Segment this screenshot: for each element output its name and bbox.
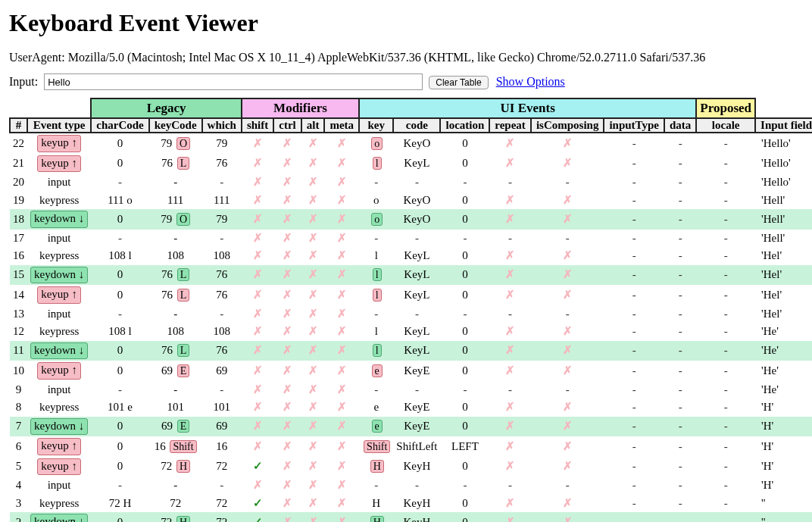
table-row: 8keypress101 e101101✗✗✗✗eKeyE0✗✗---'H'	[10, 399, 812, 417]
x-icon: ✗	[253, 325, 263, 337]
cell-locale: -	[696, 230, 755, 248]
cell-inputtype: -	[604, 495, 664, 513]
col-keycode: keyCode	[149, 118, 202, 133]
cell-meta: ✗	[324, 477, 359, 495]
x-icon: ✗	[505, 289, 515, 301]
cell-location: 0	[440, 399, 489, 417]
cell-num: 20	[10, 173, 27, 192]
cell-which: 76	[202, 341, 242, 361]
cell-shift: ✗	[242, 133, 273, 154]
cell-data: -	[664, 230, 696, 248]
cell-charcode: -	[91, 477, 149, 495]
x-icon: ✗	[505, 137, 515, 149]
cell-iscomposing: ✗	[531, 457, 604, 477]
cell-ctrl: ✗	[273, 305, 301, 324]
show-options-link[interactable]: Show Options	[496, 75, 565, 88]
x-icon: ✗	[505, 268, 515, 280]
cell-data: -	[664, 265, 696, 286]
cell-inputfield: 'Hello'	[755, 173, 812, 192]
col-location: location	[440, 118, 489, 133]
x-icon: ✗	[505, 364, 515, 377]
cell-inputfield: 'H'	[755, 436, 812, 457]
x-icon: ✗	[283, 308, 292, 320]
col-inputfield: Input field	[755, 118, 812, 133]
col-repeat: repeat	[489, 118, 531, 133]
cell-locale: -	[696, 285, 755, 305]
x-icon: ✗	[563, 497, 573, 509]
cell-code: KeyO	[393, 209, 440, 230]
key-input[interactable]	[44, 73, 423, 90]
cell-code: KeyO	[393, 192, 440, 210]
event-keyup-pill: keyup ↑	[37, 458, 81, 476]
x-icon: ✗	[563, 344, 573, 356]
cell-location: 0	[440, 192, 489, 210]
cell-code: KeyE	[393, 361, 440, 381]
cell-repeat: ✗	[489, 285, 531, 305]
cell-inputtype: -	[604, 399, 664, 417]
cell-location: 0	[440, 512, 489, 522]
cell-charcode: -	[91, 381, 149, 399]
x-icon: ✗	[283, 289, 292, 301]
cell-num: 19	[10, 192, 27, 210]
cell-alt: ✗	[301, 341, 325, 361]
x-icon: ✗	[308, 232, 318, 244]
col-group-modifiers: Modifiers	[242, 98, 359, 118]
x-icon: ✗	[308, 325, 318, 337]
cell-iscomposing: ✗	[531, 323, 604, 341]
key-chip: H	[370, 516, 384, 523]
cell-repeat: ✗	[489, 133, 531, 154]
cell-alt: ✗	[301, 381, 325, 399]
x-icon: ✗	[308, 194, 318, 206]
cell-ctrl: ✗	[273, 399, 301, 417]
cell-location: 0	[440, 133, 489, 154]
cell-meta: ✗	[324, 417, 359, 437]
cell-shift: ✗	[242, 192, 273, 210]
x-icon: ✗	[505, 440, 515, 452]
cell-ctrl: ✗	[273, 381, 301, 399]
x-icon: ✗	[308, 497, 318, 509]
cell-iscomposing: -	[531, 230, 604, 248]
cell-locale: -	[696, 305, 755, 324]
cell-data: -	[664, 209, 696, 230]
table-row: 10keyup ↑069 E69✗✗✗✗eKeyE0✗✗---'He'	[10, 361, 812, 381]
cell-locale: -	[696, 154, 755, 174]
x-icon: ✗	[337, 440, 347, 452]
cell-num: 22	[10, 133, 27, 154]
cell-which: -	[202, 305, 242, 324]
cell-shift: ✗	[242, 341, 273, 361]
cell-code: -	[393, 477, 440, 495]
cell-shift: ✗	[242, 173, 273, 192]
x-icon: ✗	[283, 268, 292, 280]
cell-alt: ✗	[301, 133, 325, 154]
cell-keycode: 76 L	[149, 285, 202, 305]
x-icon: ✗	[283, 420, 292, 432]
cell-shift: ✗	[242, 399, 273, 417]
x-icon: ✗	[253, 440, 263, 452]
cell-which: 72	[202, 495, 242, 513]
cell-which: -	[202, 173, 242, 192]
arrow-up-icon: ↑	[72, 439, 78, 452]
cell-location: -	[440, 477, 489, 495]
cell-which: -	[202, 477, 242, 495]
cell-inputtype: -	[604, 173, 664, 192]
cell-meta: ✗	[324, 192, 359, 210]
cell-inputfield: 'He'	[755, 381, 812, 399]
x-icon: ✗	[308, 401, 318, 413]
cell-event: keyup ↑	[27, 361, 91, 381]
cell-key: l	[359, 341, 393, 361]
arrow-up-icon: ↑	[72, 136, 78, 148]
cell-shift: ✓	[242, 457, 273, 477]
cell-location: 0	[440, 457, 489, 477]
check-icon: ✓	[253, 516, 263, 523]
cell-keycode: 72 H	[149, 512, 202, 522]
cell-code: KeyL	[393, 265, 440, 286]
clear-table-button[interactable]: Clear Table	[429, 76, 488, 89]
x-icon: ✗	[283, 176, 292, 188]
cell-charcode: 0	[91, 436, 149, 457]
cell-repeat: ✗	[489, 341, 531, 361]
cell-inputtype: -	[604, 477, 664, 495]
cell-repeat: -	[489, 381, 531, 399]
cell-inputtype: -	[604, 285, 664, 305]
cell-iscomposing: ✗	[531, 247, 604, 265]
x-icon: ✗	[308, 308, 318, 320]
